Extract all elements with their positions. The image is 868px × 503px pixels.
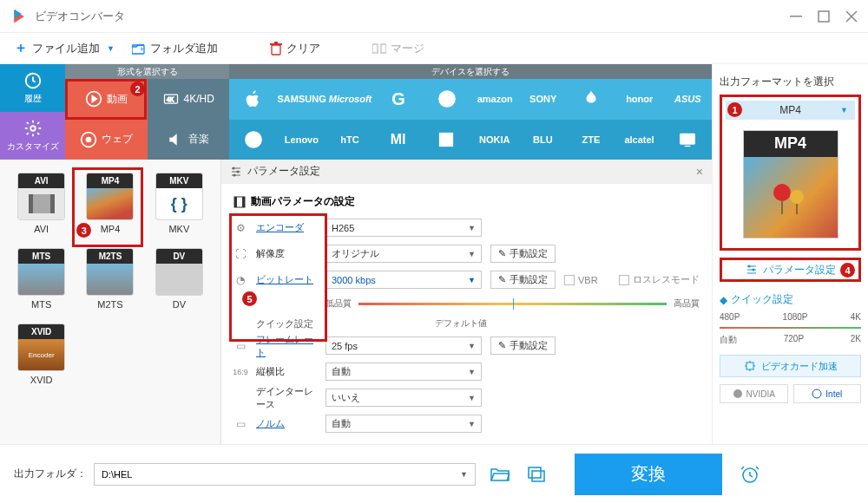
category-web[interactable]: ウェブ [65, 120, 148, 160]
brand-google[interactable]: G [374, 79, 423, 120]
minimize-icon[interactable] [790, 10, 802, 23]
folder-plus-icon: + [132, 42, 146, 55]
brand-row-2: Lenovo hTC MI 1 NOKIA BLU ZTE alcatel TV [229, 120, 712, 160]
add-file-button[interactable]: ＋ ファイル追加 ▼ [14, 39, 115, 57]
brand-lenovo[interactable]: Lenovo [278, 120, 326, 160]
history-icon [23, 71, 43, 90]
brand-asus[interactable]: ASUS [663, 79, 712, 120]
brand-sony[interactable]: SONY [519, 79, 568, 120]
encoder-icon: ⚙ [233, 221, 247, 235]
preset-slider[interactable] [720, 327, 861, 329]
resolution-manual-button[interactable]: ✎手動設定 [490, 245, 556, 263]
output-format-dropdown[interactable]: MP4▼ [726, 101, 855, 120]
brand-microsoft[interactable]: Microsoft [326, 79, 375, 120]
parameter-settings-button[interactable]: パラメータ設定 4 [720, 258, 861, 282]
bitrate-select[interactable]: 3000 kbps▼ [326, 271, 482, 289]
video-params-title: 動画パラメータの設定 [233, 194, 700, 209]
parameter-panel: パラメータ設定 × 動画パラメータの設定 5 ⚙ エンコーダ H2 [220, 160, 712, 444]
brand-motorola[interactable] [229, 120, 278, 160]
encoder-select[interactable]: H265▼ [326, 219, 482, 237]
format-xvid[interactable]: XVIDEncoder XVID [9, 323, 74, 385]
brand-amazon[interactable]: amazon [470, 79, 519, 120]
chrome-icon [80, 131, 97, 148]
brand-zte[interactable]: ZTE [567, 120, 615, 160]
format-dv[interactable]: DV DV [147, 248, 212, 310]
svg-rect-31 [242, 197, 245, 207]
bitrate-label: ビットレート [256, 273, 317, 286]
brand-samsung[interactable]: SAMSUNG [278, 79, 326, 120]
resolution-select[interactable]: オリジナル▼ [326, 245, 482, 263]
preset-row-bot[interactable]: 自動720P2K [720, 334, 861, 346]
output-preview[interactable]: 1 MP4▼ MP4 [720, 95, 861, 251]
brand-oneplus[interactable]: 1 [422, 120, 470, 160]
alarm-clock-icon [740, 464, 760, 485]
category-4k-hd[interactable]: 4K 4K/HD [148, 79, 230, 120]
output-folder-input[interactable]: D:\HEL▼ [94, 463, 476, 486]
gpu-accel-button[interactable]: ビデオカード加速 [720, 355, 861, 377]
quality-slider[interactable]: 低品質 高品質 [326, 297, 700, 310]
encoder-label: エンコーダ [256, 221, 317, 234]
snapshot-button[interactable] [524, 462, 549, 487]
framerate-label: フレームレート [256, 333, 317, 359]
motorola-icon [244, 130, 263, 149]
format-mkv[interactable]: MKV{ } MKV [147, 173, 212, 234]
brand-xiaomi[interactable]: MI [374, 120, 423, 160]
title-bar: ビデオコンバータ [0, 0, 868, 33]
app-title: ビデオコンバータ [35, 9, 790, 24]
gear-icon [23, 119, 43, 138]
open-folder-button[interactable] [488, 462, 512, 487]
brand-tv[interactable]: TV [663, 120, 712, 160]
category-audio[interactable]: 音楽 [148, 120, 230, 160]
snapshot-icon [528, 467, 545, 482]
norm-select[interactable]: 自動▼ [326, 415, 482, 433]
output-format-title: 出力フォーマットを選択 [720, 75, 861, 89]
lossless-checkbox[interactable]: ロスレスモード [619, 273, 700, 286]
speaker-icon [167, 131, 184, 148]
add-folder-button[interactable]: + フォルダ追加 [132, 41, 218, 56]
brand-htc[interactable]: hTC [326, 120, 374, 160]
preset-row-top[interactable]: 480P1080P4K [720, 312, 861, 322]
plus-icon: ＋ [14, 39, 28, 57]
vbr-checkbox[interactable]: VBR [564, 275, 598, 285]
brand-honor[interactable]: honor [615, 79, 664, 120]
device-select-header: デバイスを選択する [229, 64, 712, 79]
framerate-select[interactable]: 25 fps▼ [326, 336, 482, 355]
history-tab[interactable]: 履歴 [0, 64, 65, 112]
customize-tab[interactable]: カスタマイズ [0, 112, 65, 160]
svg-point-26 [233, 167, 235, 169]
dropdown-icon[interactable]: ▼ [107, 44, 115, 53]
svg-point-34 [747, 265, 750, 268]
maximize-icon[interactable] [818, 10, 830, 23]
annotation-badge-1: 1 [727, 102, 742, 117]
brand-nokia[interactable]: NOKIA [470, 120, 519, 160]
resolution-label: 解像度 [256, 247, 317, 260]
framerate-manual-button[interactable]: ✎手動設定 [490, 336, 556, 355]
convert-button[interactable]: 変換 [575, 454, 722, 495]
format-mts[interactable]: MTS MTS [9, 248, 74, 310]
format-m2ts[interactable]: M2TS M2TS [77, 248, 142, 310]
panel-close-icon[interactable]: × [696, 165, 703, 179]
schedule-button[interactable] [738, 462, 762, 487]
clear-button[interactable]: クリア [270, 41, 320, 56]
brand-huawei[interactable] [567, 79, 615, 120]
svg-rect-30 [234, 197, 237, 207]
svg-point-38 [812, 389, 821, 398]
brand-lg[interactable] [423, 79, 471, 120]
brand-alcatel[interactable]: alcatel [615, 120, 664, 160]
svg-point-37 [733, 389, 742, 398]
bitrate-manual-button[interactable]: ✎手動設定 [490, 271, 556, 289]
aspect-select[interactable]: 自動▼ [326, 363, 482, 381]
svg-point-10 [30, 126, 36, 131]
format-avi[interactable]: AVI AVI [9, 173, 74, 234]
svg-point-28 [233, 173, 236, 176]
svg-point-35 [752, 269, 754, 271]
format-grid: AVI AVI MP4 MP4 3 MKV{ } MKV MTS MTS [0, 160, 220, 444]
deinterlace-select[interactable]: いいえ▼ [326, 389, 482, 407]
brand-blu[interactable]: BLU [519, 120, 568, 160]
brand-apple[interactable] [229, 79, 278, 120]
format-mp4[interactable]: MP4 MP4 3 [77, 173, 142, 234]
output-folder-label: 出力フォルダ： [14, 467, 87, 481]
close-icon[interactable] [845, 10, 858, 23]
svg-rect-36 [746, 363, 753, 369]
lg-icon [437, 89, 457, 108]
